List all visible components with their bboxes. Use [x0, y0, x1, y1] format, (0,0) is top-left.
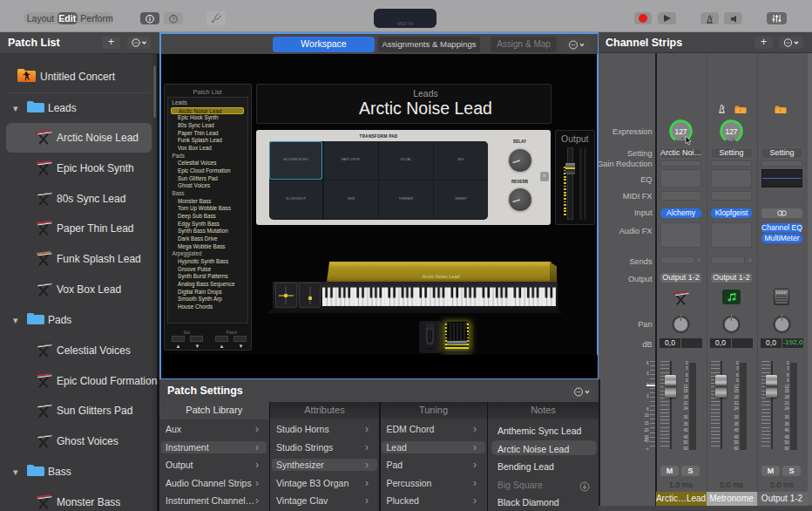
- svg-text:127: 127: [725, 127, 737, 136]
- svg-text:127: 127: [674, 127, 687, 136]
- svg-text:?: ?: [172, 16, 175, 22]
